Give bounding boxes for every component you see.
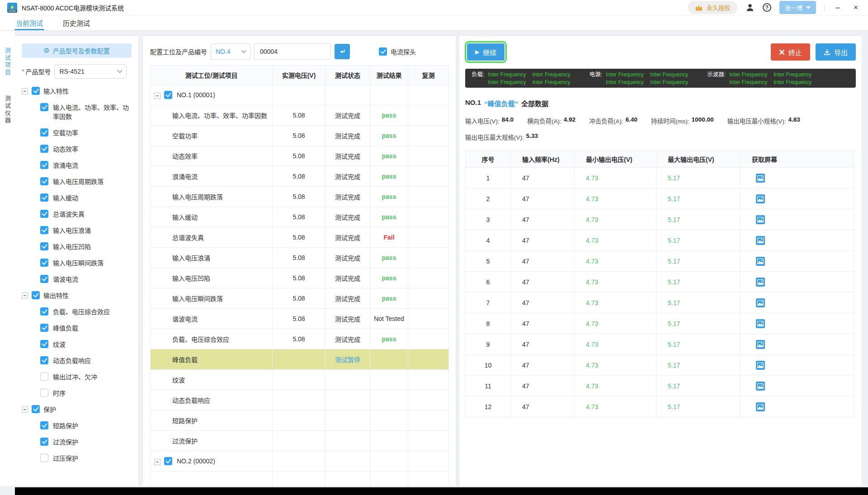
- test-item-row[interactable]: 浪涌电流5.08测试完成pass: [151, 166, 448, 187]
- tree-item-row[interactable]: 输出过冲、欠冲: [22, 369, 132, 385]
- tree-group-row[interactable]: 输入特性: [22, 83, 132, 99]
- checkbox[interactable]: [40, 161, 48, 169]
- checkbox[interactable]: [40, 103, 48, 111]
- tree-item-row[interactable]: 谐波电流: [22, 271, 132, 288]
- checkbox[interactable]: [40, 356, 48, 364]
- checkbox[interactable]: [32, 405, 40, 413]
- screenshot-image-icon[interactable]: [756, 402, 765, 411]
- screenshot-image-icon[interactable]: [756, 298, 765, 307]
- screenshot-image-icon[interactable]: [756, 236, 765, 245]
- tree-item-row[interactable]: 空载功率: [22, 125, 132, 141]
- test-item-row[interactable]: 峰值负载测试暂停: [151, 349, 448, 370]
- checkbox[interactable]: [40, 389, 48, 397]
- user-account-icon[interactable]: [745, 3, 755, 12]
- tab-history-test[interactable]: 历史测试: [63, 15, 90, 30]
- checkbox[interactable]: [40, 177, 48, 185]
- apply-station-button[interactable]: [335, 44, 350, 59]
- checkbox[interactable]: [40, 340, 48, 348]
- collapse-icon[interactable]: [22, 406, 28, 413]
- checkbox[interactable]: [379, 47, 387, 56]
- tree-item-row[interactable]: 总谐波失真: [22, 206, 132, 222]
- checkbox[interactable]: [164, 91, 172, 99]
- tree-item-row[interactable]: 过压保护: [22, 450, 132, 467]
- license-badge[interactable]: 永久授权: [688, 1, 737, 14]
- checkbox[interactable]: [40, 193, 48, 202]
- stop-button[interactable]: 终止: [771, 43, 810, 61]
- current-probe-toggle[interactable]: 电流探头: [379, 47, 416, 56]
- tree-item-row[interactable]: 输入缓动: [22, 190, 132, 206]
- test-item-row[interactable]: 负载、电压综合效应5.08测试完成pass: [151, 329, 448, 349]
- screenshot-image-icon[interactable]: [756, 382, 765, 391]
- tree-item-row[interactable]: 过流保护: [22, 434, 132, 450]
- checkbox[interactable]: [40, 259, 48, 267]
- test-item-row[interactable]: 空载功率5.08测试完成pass: [151, 126, 448, 146]
- collapse-icon[interactable]: [154, 93, 160, 99]
- station-group-row[interactable]: NO.2 (00002): [151, 451, 448, 471]
- minimize-button[interactable]: –: [833, 3, 843, 12]
- tree-item-row[interactable]: 纹波: [22, 336, 132, 353]
- tree-item-row[interactable]: 时序: [22, 385, 132, 401]
- test-item-row[interactable]: 短路保护: [151, 410, 448, 431]
- test-item-row[interactable]: 输入电流、功率、效率、功率因数5.08测试完成pass: [151, 105, 448, 126]
- test-item-row[interactable]: 输入缓动5.08测试完成pass: [151, 207, 448, 227]
- checkbox[interactable]: [40, 128, 48, 137]
- tree-item-row[interactable]: 动态负载响应: [22, 353, 132, 369]
- tree-item-row[interactable]: 动态效率: [22, 141, 132, 157]
- test-item-row[interactable]: 总谐波失真5.08测试完成Fail: [151, 227, 448, 248]
- checkbox[interactable]: [40, 372, 48, 381]
- model-select[interactable]: RS-4521: [54, 64, 127, 79]
- test-item-row[interactable]: 输入电压凹陷5.08测试完成pass: [151, 268, 448, 288]
- tree-item-row[interactable]: 输入电压凹陷: [22, 239, 132, 255]
- product-config-button[interactable]: ⚙ 产品型号及参数配置: [22, 43, 132, 58]
- tree-item-row[interactable]: 输入电流、功率、效率、功率因数: [22, 99, 132, 125]
- checkbox[interactable]: [40, 210, 48, 218]
- screenshot-image-icon[interactable]: [756, 174, 765, 183]
- tree-item-row[interactable]: 输入电压浪涌: [22, 222, 132, 239]
- checkbox[interactable]: [40, 226, 48, 234]
- screenshot-image-icon[interactable]: [756, 278, 765, 287]
- test-item-row[interactable]: 输入电压浪涌5.08测试完成pass: [151, 248, 448, 268]
- continue-button[interactable]: ▶ 继续: [467, 43, 505, 61]
- test-item-row[interactable]: 输入电压瞬间跌落5.08测试完成pass: [151, 288, 448, 309]
- tree-group-row[interactable]: 输出特性: [22, 288, 132, 304]
- user-menu[interactable]: 张一博: [779, 1, 816, 14]
- tree-item-row[interactable]: 短路保护: [22, 418, 132, 434]
- tree-item-row[interactable]: 输入电压瞬间跌落: [22, 255, 132, 271]
- checkbox[interactable]: [32, 291, 40, 299]
- checkbox[interactable]: [40, 275, 48, 283]
- checkbox[interactable]: [40, 242, 48, 250]
- screenshot-image-icon[interactable]: [756, 361, 765, 370]
- test-item-row[interactable]: 动态效率5.08测试完成pass: [151, 146, 448, 166]
- checkbox[interactable]: [32, 87, 40, 95]
- tree-item-row[interactable]: 输入电压周期跌落: [22, 174, 132, 190]
- test-item-row[interactable]: 动态负载响应: [151, 390, 448, 410]
- checkbox[interactable]: [164, 457, 172, 465]
- help-icon[interactable]: ?: [763, 3, 771, 12]
- station-select[interactable]: NO.4: [211, 43, 250, 60]
- tab-current-test[interactable]: 当前测试: [16, 15, 43, 30]
- test-item-row[interactable]: 纹波: [151, 370, 448, 390]
- checkbox[interactable]: [40, 145, 48, 153]
- checkbox[interactable]: [40, 454, 48, 462]
- screenshot-image-icon[interactable]: [756, 257, 765, 266]
- checkbox[interactable]: [40, 324, 48, 332]
- product-no-input[interactable]: [254, 43, 331, 60]
- rail-item[interactable]: 测试仪器: [3, 95, 12, 124]
- close-button[interactable]: ×: [851, 3, 861, 12]
- collapse-icon[interactable]: [22, 88, 28, 94]
- test-item-row[interactable]: 过流保护: [151, 431, 448, 451]
- empty-row[interactable]: [151, 471, 448, 486]
- checkbox[interactable]: [40, 307, 48, 316]
- screenshot-image-icon[interactable]: [756, 215, 765, 224]
- export-button[interactable]: 导出: [816, 43, 856, 61]
- tree-item-row[interactable]: 浪涌电流: [22, 157, 132, 174]
- checkbox[interactable]: [40, 438, 48, 446]
- tree-item-row[interactable]: 峰值负载: [22, 320, 132, 336]
- tree-group-row[interactable]: 保护: [22, 401, 132, 418]
- test-item-row[interactable]: 输入电压周期跌落5.08测试完成pass: [151, 187, 448, 207]
- test-item-row[interactable]: 谐波电流5.08测试完成Not Tested: [151, 309, 448, 329]
- station-group-row[interactable]: NO.1 (00001): [151, 85, 448, 105]
- rail-item[interactable]: 测试项目: [3, 47, 12, 76]
- screenshot-image-icon[interactable]: [756, 340, 765, 349]
- checkbox[interactable]: [40, 421, 48, 429]
